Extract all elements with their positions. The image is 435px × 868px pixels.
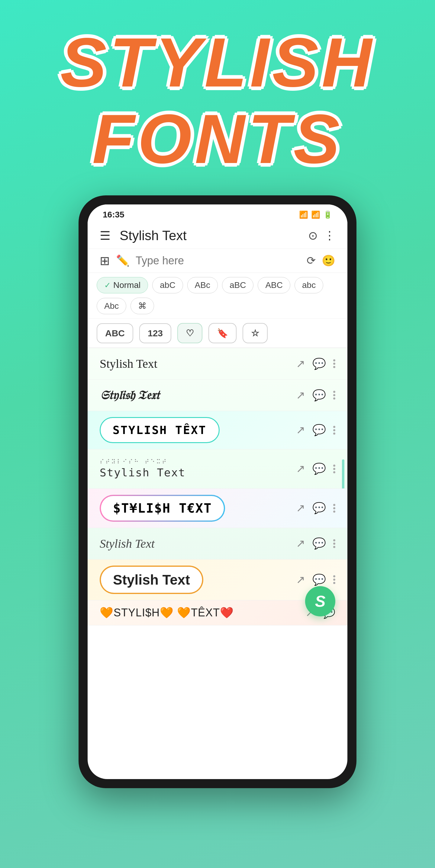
whatsapp-icon-7[interactable]: 💬	[312, 574, 326, 586]
filter-chip-cmd[interactable]: ⌘	[131, 298, 154, 314]
filter-label-abc6: Abc	[104, 301, 119, 311]
font-actions-5: ↗ 💬	[296, 502, 335, 515]
phone-mockup: 16:35 📶 📶 🔋 ☰ Stylish Text ⊙ ⋮ ⊞ ✏️ ⟳ 🙂	[78, 195, 357, 788]
filter-row: Normal abC ABc aBC ABC abc Abc ⌘	[88, 273, 347, 319]
text-input[interactable]	[136, 254, 301, 267]
filter-chip-abc5[interactable]: abc	[295, 277, 323, 293]
heart-icon: ♡	[186, 328, 194, 338]
font-item-4: ⠎⠞⠽⠇⠊⠎⠓ ⠞⠑⠭⠞ Stylish Text ↗ 💬	[88, 450, 347, 489]
share-icon-2[interactable]: ↗	[296, 389, 305, 402]
filter-chip-normal[interactable]: Normal	[97, 277, 148, 293]
app-subtitle-heading: FONTS	[60, 101, 375, 177]
dots-icon-5[interactable]	[333, 504, 335, 513]
dots-icon-1[interactable]	[333, 359, 335, 368]
more-options-icon[interactable]: ⋮	[324, 229, 335, 242]
dots-icon-3[interactable]	[333, 426, 335, 435]
dots-icon-7[interactable]	[333, 575, 335, 584]
font-actions-6: ↗ 💬	[296, 537, 335, 550]
font-item-5: $T¥LI$H T€XT ↗ 💬	[88, 489, 347, 528]
font-item-1: Stylish Text ↗ 💬	[88, 348, 347, 379]
abc-label: ABC	[105, 328, 125, 338]
app-bar: ☰ Stylish Text ⊙ ⋮	[88, 223, 347, 249]
filter-label-abc1: abC	[160, 280, 175, 290]
font-actions-1: ↗ 💬	[296, 358, 335, 370]
filter-chip-abc3[interactable]: aBC	[222, 277, 254, 293]
share-icon-1[interactable]: ↗	[296, 358, 305, 370]
icon-box-star[interactable]: ☆	[242, 323, 268, 343]
icon-box-123[interactable]: 123	[139, 323, 171, 343]
grid-icon[interactable]: ⊞	[100, 254, 110, 268]
wifi-icon: 📶	[299, 211, 308, 219]
icon-box-heart[interactable]: ♡	[177, 323, 202, 343]
font-item-2: 𝔖𝔱𝔶𝔩𝔦𝔰𝔥 𝔗𝔢𝔵𝔱 ↗ 💬	[88, 379, 347, 411]
font-text-5[interactable]: $T¥LI$H T€XT	[100, 495, 225, 522]
font-text-3[interactable]: STYLISH TÊXT	[100, 417, 220, 443]
font-text-1: Stylish Text	[100, 356, 296, 371]
font-text-4: ⠎⠞⠽⠇⠊⠎⠓ ⠞⠑⠭⠞ Stylish Text	[100, 458, 296, 480]
filter-label-abc4: ABC	[265, 280, 283, 290]
share-icon-4[interactable]: ↗	[296, 462, 305, 475]
whatsapp-icon-3[interactable]: 💬	[312, 424, 326, 436]
whatsapp-icon-6[interactable]: 💬	[312, 537, 326, 550]
font-actions-2: ↗ 💬	[296, 389, 335, 402]
dots-icon-2[interactable]	[333, 391, 335, 400]
bar-icons: ⊙ ⋮	[308, 229, 335, 242]
pencil-icon[interactable]: ✏️	[116, 254, 130, 267]
whatsapp-icon-1[interactable]: 💬	[312, 358, 326, 370]
help-icon[interactable]: ⊙	[308, 229, 318, 242]
share-icon-7[interactable]: ↗	[296, 574, 305, 586]
font-item-6: Stylish Text ↗ 💬	[88, 528, 347, 559]
font-actions-3: ↗ 💬	[296, 424, 335, 436]
icon-box-bookmark[interactable]: 🔖	[208, 323, 237, 343]
filter-chip-abc6[interactable]: Abc	[97, 298, 126, 314]
dots-icon-4[interactable]	[333, 465, 335, 473]
battery-icon: 🔋	[323, 211, 332, 219]
whatsapp-icon-4[interactable]: 💬	[312, 462, 326, 475]
status-icons: 📶 📶 🔋	[299, 211, 332, 219]
icon-box-abc[interactable]: ABC	[97, 323, 133, 343]
whatsapp-icon-5[interactable]: 💬	[312, 502, 326, 515]
share-icon-3[interactable]: ↗	[296, 424, 305, 436]
app-title-section: STYLISH FONTS	[60, 24, 375, 177]
fonts-list: Stylish Text ↗ 💬 𝔖𝔱𝔶𝔩𝔦𝔰𝔥 𝔗𝔢𝔵𝔱 ↗ 💬	[88, 348, 347, 625]
filter-label-abc3: aBC	[230, 280, 246, 290]
font-text-2: 𝔖𝔱𝔶𝔩𝔦𝔰𝔥 𝔗𝔢𝔵𝔱	[100, 388, 296, 402]
filter-label-abc5: abc	[302, 280, 316, 290]
status-bar: 16:35 📶 📶 🔋	[88, 205, 347, 223]
input-row: ⊞ ✏️ ⟳ 🙂	[88, 249, 347, 273]
font-text-8: 🧡STYLI$H🧡 🧡TÊXT❤️	[100, 607, 305, 619]
app-name-label: Stylish Text	[120, 228, 308, 243]
app-title-heading: STYLISH	[60, 24, 375, 101]
filter-label-cmd: ⌘	[138, 301, 146, 311]
dots-icon-6[interactable]	[333, 539, 335, 548]
input-actions: ⟳ 🙂	[307, 254, 335, 267]
filter-label-abc2: ABc	[195, 280, 210, 290]
font-text-7[interactable]: Stylish Text	[100, 565, 203, 594]
font-item-3: STYLISH TÊXT ↗ 💬	[88, 411, 347, 450]
signal-icon: 📶	[311, 211, 320, 219]
font-actions-7: ↗ 💬	[296, 574, 335, 586]
menu-icon[interactable]: ☰	[100, 229, 110, 243]
filter-chip-abc1[interactable]: abC	[152, 277, 183, 293]
font-text-6: Stylish Text	[100, 536, 296, 551]
num-label: 123	[148, 328, 163, 338]
font-text-wrapper-7: Stylish Text	[100, 565, 296, 594]
font-text-wrapper-5: $T¥LI$H T€XT	[100, 495, 296, 522]
share-icon-5[interactable]: ↗	[296, 502, 305, 515]
filter-chip-abc4[interactable]: ABC	[258, 277, 290, 293]
share-icon-6[interactable]: ↗	[296, 537, 305, 550]
refresh-icon[interactable]: ⟳	[307, 254, 316, 267]
filter-chip-abc2[interactable]: ABc	[187, 277, 218, 293]
font-text-wrapper-3: STYLISH TÊXT	[100, 417, 296, 443]
bookmark-icon: 🔖	[217, 328, 228, 338]
phone-screen: 16:35 📶 📶 🔋 ☰ Stylish Text ⊙ ⋮ ⊞ ✏️ ⟳ 🙂	[88, 205, 347, 779]
fab-label: S	[315, 592, 326, 610]
icons-row: ABC 123 ♡ 🔖 ☆	[88, 319, 347, 348]
star-icon: ☆	[251, 328, 259, 338]
emoji-icon[interactable]: 🙂	[322, 254, 335, 267]
filter-label-normal: Normal	[113, 280, 140, 290]
status-time: 16:35	[103, 210, 125, 220]
fab-button[interactable]: S	[305, 586, 335, 616]
whatsapp-icon-2[interactable]: 💬	[312, 389, 326, 402]
font-actions-4: ↗ 💬	[296, 462, 335, 475]
